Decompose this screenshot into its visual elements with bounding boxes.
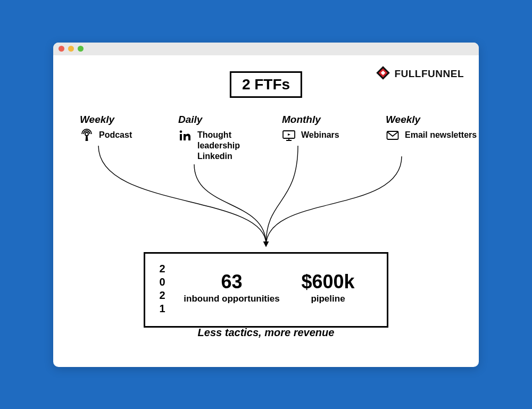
channel-frequency: Weekly	[386, 114, 479, 126]
stat-label: inbound opportunities	[184, 294, 280, 304]
svg-point-3	[85, 132, 88, 136]
channel-linkedin: Daily Thought leadership Linkedin	[178, 114, 274, 162]
channel-label: Podcast	[99, 129, 132, 140]
results-box: 2 0 2 1 63 inbound opportunities $600k p…	[144, 252, 388, 328]
stat-value: 63	[184, 272, 280, 291]
year-digit: 1	[156, 302, 169, 315]
ftf-title-box: 2 FTFs	[230, 71, 302, 98]
app-window: FULLFUNNEL 2 FTFs Weekly Podcast Dail	[53, 43, 479, 367]
svg-rect-4	[180, 134, 182, 140]
logo-text: FULLFUNNEL	[394, 68, 464, 80]
close-icon[interactable]	[59, 46, 64, 52]
brand-logo: FULLFUNNEL	[375, 65, 464, 83]
channel-label: Thought leadership Linkedin	[197, 129, 274, 162]
linkedin-icon	[178, 129, 192, 143]
year-digit: 2	[156, 289, 169, 302]
stat-pipeline: $600k pipeline	[280, 272, 376, 304]
svg-point-5	[180, 130, 182, 133]
channel-frequency: Weekly	[80, 114, 176, 126]
year-digit: 0	[156, 276, 169, 289]
channel-label: Email newsletters	[405, 129, 477, 140]
channel-frequency: Monthly	[282, 114, 378, 126]
window-titlebar	[53, 43, 479, 55]
maximize-icon[interactable]	[78, 46, 84, 52]
channel-webinars: Monthly Webinars	[282, 114, 378, 143]
tagline: Less tactics, more revenue	[53, 327, 479, 339]
webinar-icon	[282, 129, 296, 143]
channel-label: Webinars	[301, 129, 339, 140]
channel-email: Weekly Email newsletters	[386, 114, 479, 143]
diagram-canvas: FULLFUNNEL 2 FTFs Weekly Podcast Dail	[53, 55, 479, 367]
podcast-icon	[80, 129, 94, 143]
channel-podcast: Weekly Podcast	[80, 114, 176, 143]
logo-icon	[375, 65, 391, 83]
result-year: 2 0 2 1	[156, 262, 169, 315]
year-digit: 2	[156, 262, 169, 276]
stat-value: $600k	[280, 272, 376, 291]
stat-label: pipeline	[280, 294, 376, 304]
channel-frequency: Daily	[178, 114, 274, 126]
email-icon	[386, 129, 400, 143]
stat-inbound: 63 inbound opportunities	[184, 272, 280, 304]
minimize-icon[interactable]	[68, 46, 74, 52]
